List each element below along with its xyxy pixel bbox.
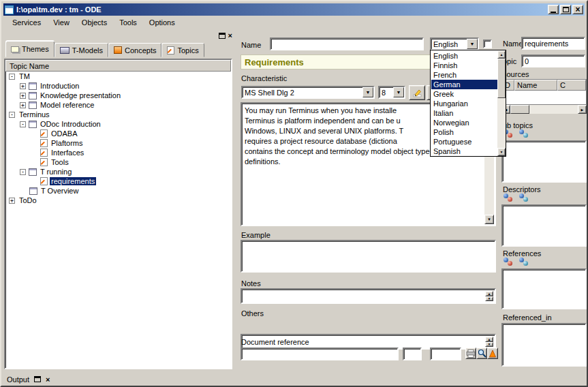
menu-services[interactable]: Services [6, 17, 47, 29]
topic-name-input[interactable] [521, 37, 585, 50]
notes-input[interactable]: ▲ ▼ [241, 288, 496, 304]
expand-icon[interactable]: + [9, 198, 15, 204]
tree-item-tm[interactable]: -TM [6, 72, 230, 81]
tree-item-requirements[interactable]: requirements [6, 176, 230, 186]
tree-item-knowledge-presentation[interactable]: +Knowledge presentation [6, 91, 230, 100]
spin-up-icon[interactable]: ▲ [485, 337, 493, 342]
scroll-right-icon[interactable]: ▶ [578, 105, 587, 114]
language-option-portuguese[interactable]: Portuguese [431, 137, 497, 146]
resources-label: sources [503, 70, 529, 78]
output-float-button[interactable] [34, 376, 41, 382]
maximize-button[interactable] [560, 5, 571, 14]
panel-close-button[interactable]: × [228, 31, 232, 40]
minimize-icon [551, 12, 556, 13]
language-option-german[interactable]: German [431, 80, 497, 89]
expand-icon[interactable]: + [20, 83, 26, 89]
bookmark-button[interactable] [487, 347, 498, 359]
minimize-button[interactable] [548, 5, 559, 14]
resources-scrollbar[interactable]: ◀ ▶ [501, 105, 587, 114]
language-option-norwegian[interactable]: Norwegian [431, 118, 497, 127]
language-option-italian[interactable]: Italian [431, 108, 497, 118]
select-reference-icon[interactable] [519, 258, 529, 266]
tree-item-label: Knowledge presentation [39, 91, 122, 99]
spin-down-icon[interactable]: ▼ [485, 342, 493, 347]
resources-column-c[interactable]: C [557, 80, 586, 91]
header-checkbox[interactable] [483, 40, 492, 48]
close-button[interactable]: × [572, 5, 583, 14]
expand-icon[interactable]: + [20, 102, 26, 108]
references-list[interactable] [501, 268, 587, 309]
language-option-polish[interactable]: Polish [431, 127, 497, 137]
concepts-icon [114, 46, 122, 54]
document-reference-input[interactable] [241, 347, 399, 360]
topic-number-input[interactable] [521, 55, 585, 67]
document-reference-number-input[interactable] [430, 347, 461, 360]
language-combobox[interactable]: English ▼ [430, 37, 479, 50]
language-option-greek[interactable]: Greek [431, 89, 497, 99]
font-combobox[interactable]: MS Shell Dlg 2 ▼ [241, 86, 375, 99]
sub-topics-list[interactable] [501, 140, 587, 183]
resources-column-name[interactable]: Name [514, 80, 557, 91]
edit-button[interactable] [409, 85, 425, 100]
dropdown-scrollbar[interactable]: ▲ ▼ [497, 50, 506, 156]
expand-icon[interactable]: + [20, 93, 26, 99]
language-option-spanish[interactable]: Spanish [431, 146, 497, 155]
chevron-down-icon[interactable]: ▼ [467, 39, 478, 49]
menu-tools[interactable]: Tools [113, 17, 143, 29]
tree-item-introduction[interactable]: +Introduction [6, 81, 230, 91]
tree-item-label: TM [18, 72, 31, 80]
language-option-french[interactable]: French [431, 70, 497, 80]
name-input[interactable] [270, 37, 424, 50]
tree-item-label: Introduction [39, 82, 80, 90]
tree-item-interfaces[interactable]: Interfaces [6, 148, 230, 157]
collapse-icon[interactable]: - [20, 169, 26, 175]
spin-down-icon[interactable]: ▼ [485, 296, 493, 302]
descriptors-list[interactable] [501, 204, 587, 247]
tree-item-model-reference[interactable]: +Model reference [6, 100, 230, 110]
collapse-icon[interactable]: - [20, 121, 26, 127]
chevron-down-icon[interactable]: ▼ [362, 87, 373, 97]
tree-item-odaba[interactable]: ODABA [6, 129, 230, 138]
tree-item-todo[interactable]: +ToDo [6, 196, 230, 205]
tree-item-tools[interactable]: Tools [6, 157, 230, 167]
tree-item-terminus[interactable]: -Terminus [6, 110, 230, 119]
menu-objects[interactable]: Objects [76, 17, 113, 29]
tab-t-models[interactable]: T-Models [55, 43, 108, 57]
collapse-icon[interactable]: - [9, 112, 15, 118]
tree-item-t-running[interactable]: -T running [6, 167, 230, 176]
tree-item-plaftorms[interactable]: Plaftorms [6, 138, 230, 148]
insert-descriptor-icon[interactable] [504, 194, 514, 202]
referenced-in-list[interactable] [501, 323, 587, 367]
search-document-button[interactable] [476, 347, 487, 359]
tab-themes[interactable]: Themes [5, 41, 55, 57]
select-subtopic-icon[interactable] [519, 129, 529, 138]
output-close-button[interactable]: × [46, 375, 50, 384]
scroll-down-icon[interactable]: ▼ [484, 215, 494, 224]
menu-options[interactable]: Options [143, 17, 181, 29]
example-textarea[interactable] [241, 240, 496, 273]
float-button[interactable] [219, 33, 226, 39]
spin-up-icon[interactable]: ▲ [485, 291, 493, 296]
insert-reference-icon[interactable] [504, 258, 514, 266]
chevron-down-icon[interactable]: ▼ [393, 87, 404, 97]
language-option-hungarian[interactable]: Hungarian [431, 99, 497, 108]
document-reference-page-input[interactable] [403, 347, 422, 360]
scrollbar-thumb[interactable] [497, 59, 506, 98]
scrollbar-thumb[interactable] [510, 105, 529, 114]
print-button[interactable] [465, 347, 476, 359]
menu-view[interactable]: View [47, 17, 76, 29]
language-option-english[interactable]: English [431, 51, 497, 61]
scroll-down-icon[interactable]: ▼ [497, 148, 506, 156]
column-header-topic-name[interactable]: Topic Name [5, 60, 231, 72]
font-size-combobox[interactable]: 8 ▼ [378, 86, 405, 99]
close-icon: × [228, 31, 232, 40]
tab-concepts[interactable]: Concepts [108, 43, 161, 57]
collapse-icon[interactable]: - [9, 74, 15, 80]
select-descriptor-icon[interactable] [519, 194, 529, 202]
resources-table[interactable]: DNameC [501, 79, 587, 105]
tree-item-odoc-introduction[interactable]: -ODoc Introduction [6, 119, 230, 129]
language-option-finnish[interactable]: Finnish [431, 61, 497, 70]
tab-topics[interactable]: Topics [161, 43, 204, 57]
scroll-up-icon[interactable]: ▲ [497, 50, 506, 59]
tree-item-t-overview[interactable]: T Overview [6, 186, 230, 196]
